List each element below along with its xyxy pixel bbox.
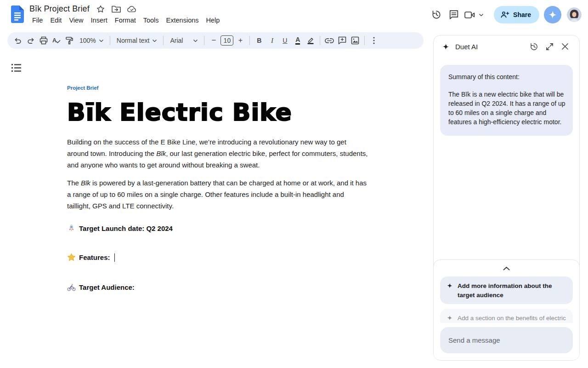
highlighter-icon bbox=[306, 36, 315, 45]
duet-suggestions-sheet: Add more information about the target au… bbox=[433, 259, 580, 361]
svg-text:A: A bbox=[52, 37, 57, 44]
menu-view[interactable]: View bbox=[65, 15, 87, 25]
doc-main-title[interactable]: Bīk Electric Bike bbox=[67, 98, 292, 126]
suggestion-label: Add more information about the target au… bbox=[458, 282, 566, 299]
duet-message-input[interactable] bbox=[440, 327, 573, 353]
ai-summary-card: Summary of this content: The Bīk is a ne… bbox=[440, 65, 573, 136]
add-comment-button[interactable] bbox=[336, 34, 348, 46]
font-size-input[interactable]: 10 bbox=[220, 35, 233, 46]
increase-font-size-button[interactable]: + bbox=[234, 34, 246, 46]
menu-insert[interactable]: Insert bbox=[87, 15, 111, 25]
duet-close-button[interactable] bbox=[557, 39, 573, 54]
link-icon bbox=[325, 38, 334, 43]
paint-format-button[interactable] bbox=[63, 34, 75, 46]
underline-button[interactable]: U bbox=[279, 34, 291, 46]
chevron-down-icon bbox=[193, 40, 198, 42]
toolbar-divider bbox=[320, 36, 320, 45]
spellcheck-icon: A bbox=[52, 36, 61, 45]
video-camera-icon bbox=[464, 11, 475, 19]
doc-paragraph-1[interactable]: Building on the success of the E Bike Li… bbox=[67, 136, 368, 171]
toolbar-divider bbox=[110, 36, 110, 45]
menu-help[interactable]: Help bbox=[203, 15, 224, 25]
cloud-saved-icon[interactable] bbox=[127, 5, 136, 14]
call-options-dropdown[interactable] bbox=[476, 6, 486, 23]
zoom-dropdown[interactable]: 100% bbox=[76, 34, 107, 46]
show-outline-button[interactable] bbox=[11, 63, 23, 74]
menu-edit[interactable]: Edit bbox=[46, 15, 65, 25]
spelling-check-button[interactable]: A bbox=[51, 34, 62, 46]
more-options-button[interactable] bbox=[368, 34, 380, 46]
summary-body: The Bīk is a new electric bike that will… bbox=[448, 90, 565, 126]
doc-paragraph-2[interactable]: The Bīk is powered by a last-generation … bbox=[67, 177, 368, 212]
heading-text: Target Audience: bbox=[79, 283, 135, 291]
collapse-suggestions-button[interactable] bbox=[498, 264, 516, 274]
print-icon bbox=[40, 36, 48, 45]
paragraph-text: is powered by a last-generation battery … bbox=[67, 179, 367, 210]
decrease-font-size-button[interactable]: − bbox=[208, 34, 220, 46]
document-title[interactable]: Bīk Project Brief bbox=[29, 4, 90, 14]
google-docs-logo-icon[interactable] bbox=[11, 6, 24, 23]
toolbar-divider bbox=[249, 36, 250, 45]
share-button[interactable]: Share bbox=[494, 6, 539, 23]
redo-icon bbox=[27, 36, 35, 45]
menu-bar: File Edit View Insert Format Tools Exten… bbox=[28, 15, 223, 25]
zoom-value: 100% bbox=[79, 37, 96, 44]
move-to-folder-icon[interactable] bbox=[112, 5, 121, 14]
highlight-color-button[interactable] bbox=[305, 34, 317, 46]
paint-roller-icon bbox=[65, 36, 74, 45]
rocket-emoji bbox=[67, 224, 76, 233]
comments-button[interactable] bbox=[445, 6, 463, 23]
toolbar-divider bbox=[163, 36, 164, 45]
paragraph-style-dropdown[interactable]: Normal text bbox=[113, 34, 160, 46]
duet-ai-panel: Duet AI Summary of this content: The Bīk… bbox=[433, 35, 580, 361]
features-heading[interactable]: Features: bbox=[67, 253, 115, 262]
chevron-down-icon bbox=[99, 40, 103, 42]
menu-format[interactable]: Format bbox=[111, 15, 140, 25]
duet-history-button[interactable] bbox=[526, 39, 542, 54]
font-family-value: Arial bbox=[170, 37, 183, 44]
bold-button[interactable]: B bbox=[253, 34, 265, 46]
redo-button[interactable] bbox=[25, 34, 37, 46]
suggestion-chip-target-audience[interactable]: Add more information about the target au… bbox=[440, 276, 573, 304]
duet-expand-button[interactable] bbox=[542, 39, 557, 54]
duet-panel-title: Duet AI bbox=[455, 43, 526, 51]
menu-tools[interactable]: Tools bbox=[140, 15, 163, 25]
sparkle-icon bbox=[447, 315, 453, 321]
target-audience-heading[interactable]: Target Audience: bbox=[67, 283, 135, 292]
join-call-button[interactable] bbox=[463, 6, 476, 23]
font-family-dropdown[interactable]: Arial bbox=[167, 34, 201, 46]
cyclist-emoji bbox=[67, 283, 76, 292]
text-color-label: A bbox=[295, 37, 300, 45]
star-icon[interactable] bbox=[96, 5, 105, 14]
paragraph-text: The bbox=[67, 179, 81, 187]
duet-ai-button[interactable] bbox=[544, 6, 561, 23]
chevron-up-icon bbox=[503, 267, 510, 270]
share-label: Share bbox=[513, 11, 531, 18]
undo-icon bbox=[14, 36, 22, 45]
account-avatar[interactable] bbox=[567, 7, 582, 22]
text-color-button[interactable]: A bbox=[292, 34, 304, 46]
duet-panel-header: Duet AI bbox=[434, 35, 579, 56]
summary-label: Summary of this content: bbox=[448, 73, 565, 80]
version-history-button[interactable] bbox=[428, 6, 445, 23]
insert-link-button[interactable] bbox=[323, 34, 335, 46]
star-emoji bbox=[67, 253, 76, 262]
menu-file[interactable]: File bbox=[28, 15, 46, 25]
launch-date-heading[interactable]: Target Launch date: Q2 2024 bbox=[67, 224, 173, 233]
print-button[interactable] bbox=[38, 34, 50, 46]
comment-icon bbox=[449, 10, 459, 20]
image-icon bbox=[351, 36, 359, 45]
toolbar-divider bbox=[364, 36, 365, 45]
menu-extensions[interactable]: Extensions bbox=[163, 15, 203, 25]
toolbar-divider bbox=[204, 36, 204, 45]
undo-button[interactable] bbox=[12, 34, 24, 46]
open-in-full-icon bbox=[546, 43, 554, 51]
app-bar: Bīk Project Brief File Edit View Insert … bbox=[0, 0, 588, 29]
paragraph-style-value: Normal text bbox=[117, 37, 150, 44]
close-icon bbox=[561, 43, 569, 50]
doc-eyebrow[interactable]: Project Brief bbox=[67, 85, 98, 91]
chevron-down-icon bbox=[479, 14, 483, 16]
insert-image-button[interactable] bbox=[349, 34, 361, 46]
sparkle-icon bbox=[447, 282, 453, 289]
italic-button[interactable]: I bbox=[266, 34, 278, 46]
